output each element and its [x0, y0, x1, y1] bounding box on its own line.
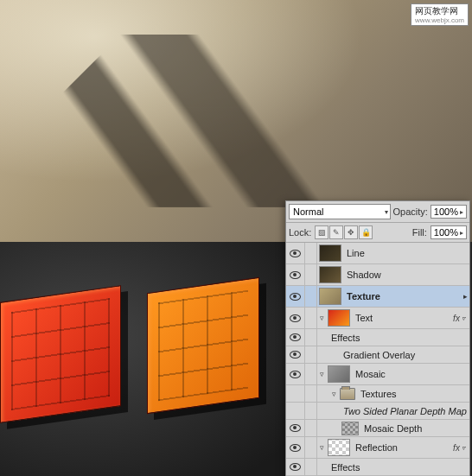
layer-label: Mosaic Depth [362, 422, 469, 435]
disclosure-down-icon[interactable]: ▿ [329, 390, 338, 398]
watermark-url: www.webjx.com [415, 17, 464, 24]
eye-icon[interactable] [290, 371, 301, 378]
layer-label: Line [345, 246, 469, 260]
chevron-down-icon: ▸ [460, 208, 463, 216]
layer-thumbnail [328, 439, 350, 456]
eye-icon[interactable] [290, 271, 301, 279]
eye-icon[interactable] [290, 314, 301, 322]
lock-all-icon[interactable]: 🔒 [359, 225, 373, 239]
blend-mode-select[interactable]: Normal ▾ [289, 204, 391, 219]
layer-reflection[interactable]: ▿ Reflection fx▿ [286, 437, 469, 459]
gradient-overlay-row[interactable]: Gradient Overlay [286, 346, 469, 364]
effect-label: Gradient Overlay [341, 348, 469, 362]
block-3d-text [0, 268, 268, 441]
layer-thumbnail [319, 266, 341, 283]
two-sided-row[interactable]: Two Sided Planar Depth Map [286, 403, 469, 420]
textures-group[interactable]: ▿ Textures [286, 385, 469, 403]
disclosure-down-icon[interactable]: ▿ [317, 443, 326, 452]
layer-mosaic[interactable]: ▿ Mosaic [286, 364, 469, 385]
layer-label: Mosaic [354, 367, 469, 381]
opacity-value: 100% [434, 206, 458, 217]
watermark-title: 网页教学网 [415, 6, 458, 16]
layer-texture[interactable]: Texture ▸ [286, 286, 469, 308]
layer-list: Line Shadow Texture ▸ ▿ Text fx▿ [286, 243, 469, 476]
fill-value: 100% [434, 227, 458, 238]
letter-s [0, 285, 121, 423]
layer-thumbnail [341, 422, 359, 435]
disclosure-down-icon[interactable]: ▿ [317, 314, 326, 322]
effects-row-2[interactable]: Effects [286, 459, 469, 476]
fill-input[interactable]: 100% ▸ [431, 225, 467, 239]
eye-icon[interactable] [290, 333, 301, 341]
eye-icon[interactable] [290, 424, 301, 432]
eye-icon[interactable] [290, 351, 301, 359]
lock-icons: ▧ ✎ ✥ 🔒 [315, 225, 373, 239]
flyout-icon[interactable]: ▸ [462, 292, 469, 301]
layer-label: Text [354, 311, 449, 325]
eye-icon[interactable] [290, 293, 301, 301]
layer-label: Shadow [345, 268, 469, 282]
lock-position-icon[interactable]: ✥ [344, 225, 358, 239]
layer-thumbnail [319, 288, 341, 305]
layers-panel: Normal ▾ Opacity: 100% ▸ Lock: ▧ ✎ ✥ 🔒 F… [285, 200, 470, 476]
layer-thumbnail [328, 365, 350, 383]
watermark: 网页教学网 www.webjx.com [411, 3, 469, 26]
group-label: Textures [359, 387, 469, 401]
eye-icon[interactable] [290, 463, 301, 471]
fx-badge[interactable]: fx▿ [449, 314, 469, 323]
fill-label: Fill: [412, 227, 427, 238]
layer-thumbnail [319, 244, 341, 262]
panel-header-row-1: Normal ▾ Opacity: 100% ▸ [286, 201, 469, 223]
eye-icon[interactable] [290, 444, 301, 452]
letter-d [147, 277, 259, 414]
texture-label: Two Sided Planar Depth Map [341, 404, 469, 418]
lock-transparency-icon[interactable]: ▧ [315, 225, 328, 239]
opacity-label: Opacity: [393, 206, 428, 217]
effects-label: Effects [329, 331, 469, 345]
fx-badge[interactable]: fx▿ [449, 443, 469, 453]
layer-label: Reflection [354, 441, 449, 454]
effects-row[interactable]: Effects [286, 329, 469, 346]
layer-shadow[interactable]: Shadow [286, 264, 469, 286]
effects-label: Effects [329, 460, 469, 474]
canvas-bottom-preview [0, 242, 285, 476]
disclosure-down-icon[interactable]: ▿ [317, 370, 326, 378]
lock-label: Lock: [289, 227, 311, 238]
layer-label: Texture [345, 289, 462, 303]
eye-icon[interactable] [290, 250, 301, 257]
layer-text[interactable]: ▿ Text fx▿ [286, 308, 469, 329]
extruded-shadow-art [0, 35, 472, 207]
blend-mode-value: Normal [293, 206, 323, 217]
panel-header-row-2: Lock: ▧ ✎ ✥ 🔒 Fill: 100% ▸ [286, 223, 469, 243]
layer-thumbnail [328, 309, 350, 327]
opacity-input[interactable]: 100% ▸ [431, 205, 467, 219]
mosaic-depth-row[interactable]: Mosaic Depth [286, 420, 469, 437]
lock-pixels-icon[interactable]: ✎ [329, 225, 343, 239]
chevron-down-icon: ▾ [385, 208, 388, 216]
layer-line[interactable]: Line [286, 243, 469, 264]
chevron-down-icon: ▸ [460, 229, 463, 237]
folder-icon [340, 388, 355, 400]
